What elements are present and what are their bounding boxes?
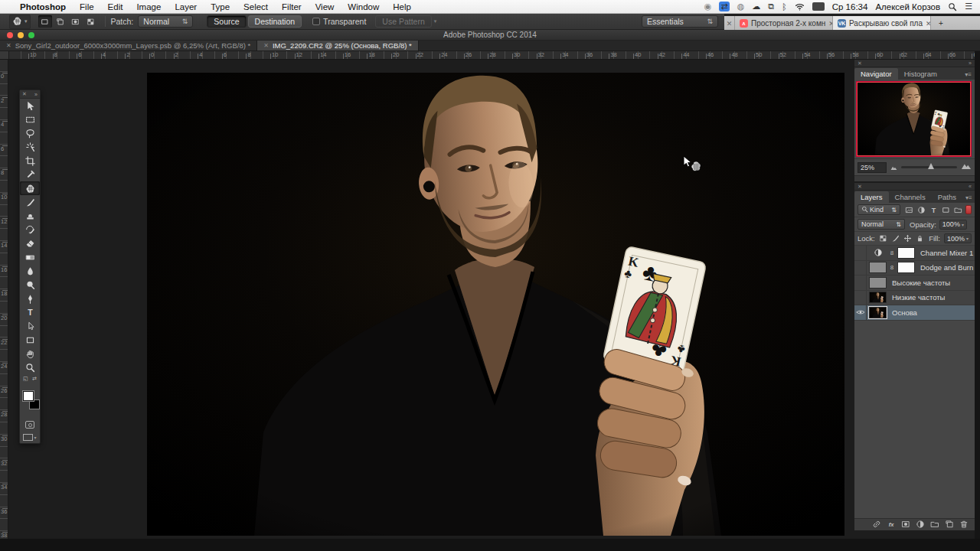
type-tool[interactable]: T	[20, 305, 40, 319]
shape-tool[interactable]	[20, 333, 40, 347]
new-layer-icon[interactable]	[945, 520, 954, 529]
minimize-window-button[interactable]	[18, 32, 24, 38]
document-canvas[interactable]: K ♣ K ♣ ♣ ♣	[147, 73, 844, 536]
vertical-ruler[interactable]: 02468101214161820222426283032343638	[0, 60, 8, 539]
layer-mask-thumbnail[interactable]	[897, 262, 915, 273]
zoom-window-button[interactable]	[28, 32, 34, 38]
layer-row-4[interactable]: K ♣ K ♣ ♣ ♣ Основа	[854, 305, 975, 321]
layer-thumbnail[interactable]: K ♣ K ♣ ♣ ♣	[869, 292, 887, 303]
lasso-tool[interactable]	[20, 126, 40, 140]
browser-new-tab-button[interactable]: +	[931, 16, 951, 31]
pen-tool[interactable]	[20, 292, 40, 305]
delete-layer-icon[interactable]	[959, 520, 969, 529]
layer-filter-switch[interactable]	[965, 205, 972, 214]
zoom-out-icon[interactable]	[890, 161, 897, 174]
layer-row-1[interactable]: 8Dodge and Burn	[854, 261, 975, 276]
opacity-value[interactable]: 100%▾	[939, 220, 967, 230]
layer-mask-thumbnail[interactable]	[897, 247, 915, 259]
layer-visibility-toggle[interactable]	[854, 246, 867, 260]
brush-tool[interactable]	[20, 195, 40, 209]
layer-visibility-toggle[interactable]	[854, 305, 867, 320]
layers-tab-paths[interactable]: Paths	[932, 191, 962, 203]
document-tab-1[interactable]: ✕IMG_2209.CR2 @ 25% (Основа, RGB/8) *	[257, 41, 419, 51]
layers-panel-menu-icon[interactable]: ▾≡	[962, 194, 975, 203]
screen-share-icon[interactable]: ⇄	[719, 2, 729, 11]
menu-help[interactable]: Help	[393, 2, 411, 11]
displays-icon[interactable]: ⧉	[768, 2, 774, 11]
use-pattern-button[interactable]: Use Pattern	[375, 15, 431, 28]
layer-row-0[interactable]: 8Channel Mixer 1	[854, 246, 975, 261]
menubar-username[interactable]: Алексей Корзов	[875, 2, 940, 11]
lock-position-icon[interactable]	[903, 234, 912, 243]
navigator-zoom-slider[interactable]	[901, 166, 957, 168]
source-toggle[interactable]: Source	[207, 15, 246, 28]
menu-layer[interactable]: Layer	[175, 2, 197, 11]
screen-mode-button[interactable]: ▾	[20, 431, 40, 443]
layer-name[interactable]: Низкие частоты	[892, 293, 945, 302]
layer-row-2[interactable]: Высокие частоты	[854, 276, 975, 291]
workspace-switcher[interactable]: Essentials⇅	[642, 15, 718, 28]
browser-tab-1[interactable]: VKРаскрываю свой пла✕	[833, 16, 931, 31]
wand-tool[interactable]	[20, 140, 40, 154]
layer-name[interactable]: Dodge and Burn	[920, 263, 973, 272]
layer-style-icon[interactable]: fx	[887, 520, 896, 529]
close-window-button[interactable]	[7, 32, 13, 38]
navigator-panel-menu-icon[interactable]: ▾≡	[962, 71, 975, 80]
fill-value[interactable]: 100%▾	[944, 233, 972, 243]
browser-tab-close-icon[interactable]: ✕	[926, 20, 931, 28]
layer-thumbnail[interactable]	[869, 262, 887, 273]
navigator-tab-histogram[interactable]: Histogram	[898, 68, 943, 80]
pathsel-tool[interactable]	[20, 319, 40, 333]
new-adjustment-icon[interactable]	[916, 520, 925, 529]
close-document-icon[interactable]: ✕	[263, 42, 269, 49]
dodge-tool[interactable]	[20, 278, 40, 292]
layer-thumbnail[interactable]	[869, 277, 887, 289]
app-menu-photoshop[interactable]: Photoshop	[20, 2, 66, 11]
patch-tool[interactable]	[20, 181, 40, 195]
blur-tool[interactable]	[20, 264, 40, 278]
menubar-clock[interactable]: Ср 16:34	[832, 2, 868, 11]
type-filter-icon[interactable]: T	[929, 206, 938, 214]
photoshop-titlebar[interactable]: Adobe Photoshop CC 2014	[0, 30, 980, 41]
wifi-icon[interactable]	[795, 2, 805, 11]
menu-view[interactable]: View	[315, 2, 335, 11]
image-filter-icon[interactable]	[905, 206, 913, 214]
close-document-icon[interactable]: ✕	[6, 42, 11, 49]
menu-type[interactable]: Type	[211, 2, 230, 11]
navigator-tab-navigator[interactable]: Navigator	[854, 68, 898, 80]
adjustment-filter-icon[interactable]	[917, 206, 926, 214]
ruler-origin-corner[interactable]	[0, 51, 9, 60]
gradient-tool[interactable]	[20, 250, 40, 264]
layer-visibility-toggle[interactable]	[854, 291, 867, 305]
selection-mode-subtract[interactable]	[69, 15, 83, 28]
layer-visibility-toggle[interactable]	[854, 276, 867, 290]
lock-transparency-icon[interactable]	[879, 234, 887, 243]
stamp-tool[interactable]	[20, 209, 40, 223]
browser-tab-partial[interactable]: ✕	[724, 16, 735, 31]
layers-tab-channels[interactable]: Channels	[889, 191, 932, 203]
destination-toggle[interactable]: Destination	[248, 15, 302, 28]
navigator-group-header[interactable]: ✕»	[854, 60, 975, 67]
smart-object-filter-icon[interactable]	[954, 206, 962, 214]
layer-name[interactable]: Высокие частоты	[892, 279, 950, 287]
lock-paint-icon[interactable]	[891, 234, 900, 243]
shape-filter-icon[interactable]	[942, 206, 950, 214]
layer-row-3[interactable]: K ♣ K ♣ ♣ ♣ Низкие частоты	[854, 291, 975, 306]
selection-mode-add[interactable]	[54, 15, 67, 28]
creative-cloud-icon[interactable]: ☁	[752, 2, 760, 11]
patch-mode-select[interactable]: Normal⇅	[138, 15, 193, 28]
quick-mask-button[interactable]	[20, 419, 40, 431]
foreground-color-swatch[interactable]	[23, 391, 34, 401]
lock-all-icon[interactable]	[916, 234, 924, 243]
menu-select[interactable]: Select	[243, 2, 268, 11]
input-language-icon[interactable]	[812, 2, 825, 11]
default-colors-icon[interactable]: ◱	[23, 376, 28, 382]
selection-mode-intersect[interactable]	[84, 15, 98, 28]
crop-tool[interactable]	[20, 154, 40, 168]
menu-edit[interactable]: Edit	[108, 2, 123, 11]
record-status-icon[interactable]: ◉	[704, 2, 712, 11]
document-tab-0[interactable]: ✕Sony_Girl2_outdoor_6000x3000mm_Layers.p…	[0, 41, 257, 51]
zoom-in-icon[interactable]	[961, 161, 972, 174]
layers-group-header[interactable]: ✕«	[854, 183, 975, 191]
layer-name[interactable]: Основа	[892, 308, 917, 317]
